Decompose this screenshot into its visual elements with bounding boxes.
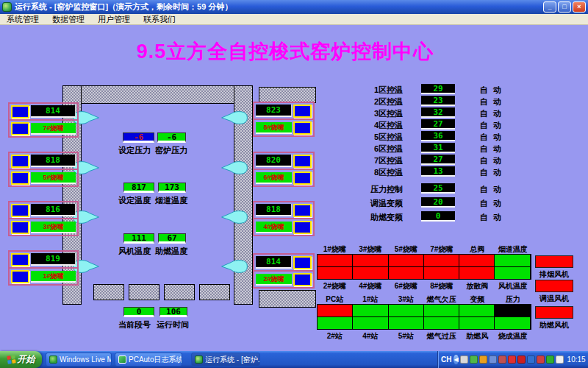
menu-item-contact[interactable]: 联系我们: [137, 14, 182, 25]
zone-mode[interactable]: 自 动: [480, 85, 503, 96]
tray-icon[interactable]: [546, 355, 554, 364]
status-cell: [318, 305, 352, 316]
control-mode[interactable]: 自 动: [480, 212, 503, 223]
burner-button[interactable]: [11, 221, 29, 234]
tray-icon[interactable]: [556, 355, 564, 364]
status-cell: [353, 305, 387, 316]
zone-row: 6区控温31自 动: [345, 143, 518, 155]
zone-label: 6区控温: [345, 144, 403, 155]
burner-unit-7: 814 7#烧嘴: [8, 102, 79, 138]
menu-item-user-mgmt[interactable]: 用户管理: [91, 14, 137, 25]
burner-label: 5#烧嘴: [31, 172, 76, 184]
zone-mode[interactable]: 自 动: [480, 120, 503, 131]
control-value-display: 20: [421, 197, 455, 208]
burner-button[interactable]: [11, 122, 29, 135]
aux-air-temp-label: 助燃温度: [155, 246, 187, 257]
burner-button[interactable]: [293, 204, 312, 217]
grid1-bottom-labels: 2#烧嘴4#烧嘴6#烧嘴8#烧嘴放散阀风机温度: [317, 281, 531, 291]
burner-temp-display: 819: [31, 253, 76, 266]
close-button-icon[interactable]: ×: [573, 1, 586, 13]
burner-unit-5: 818 5#烧嘴: [8, 152, 79, 187]
burner-button[interactable]: [293, 256, 312, 269]
burner-label: 6#烧嘴: [256, 172, 292, 184]
burner-button[interactable]: [11, 155, 29, 168]
zone-row: 1区控温29自 动: [345, 84, 518, 96]
status-cell: [424, 305, 459, 316]
tray-icon[interactable]: [537, 355, 545, 364]
zone-mode[interactable]: 自 动: [480, 167, 503, 178]
burner-button[interactable]: [293, 105, 312, 118]
language-indicator[interactable]: CH: [441, 355, 451, 364]
burner-button[interactable]: [293, 171, 312, 185]
station-status-grid: [317, 304, 531, 330]
zone-row: 8区控温13自 动: [345, 166, 518, 178]
messenger-icon: [49, 355, 57, 364]
kiln-pressure-label: 窑炉压力: [155, 145, 187, 156]
zone-value-display: 36: [421, 131, 455, 141]
status-label: 2#站: [317, 331, 353, 342]
status-label: 2#烧嘴: [317, 281, 353, 291]
collapse-tray-icon[interactable]: ◀: [453, 355, 458, 364]
tray-icon[interactable]: [479, 355, 487, 364]
tray-icon[interactable]: [460, 355, 468, 364]
burner-button[interactable]: [11, 270, 29, 283]
tray-icon[interactable]: [470, 355, 478, 364]
task-label: 运行系统 - [窑炉...: [205, 355, 260, 365]
zone-mode[interactable]: 自 动: [480, 96, 503, 107]
taskbar-task-runtime[interactable]: 运行系统 - [窑炉...: [191, 353, 260, 367]
minimize-button-icon[interactable]: _: [543, 1, 556, 13]
burner-unit-4: 818 4#烧嘴: [253, 201, 315, 236]
zone-label: 4区控温: [345, 120, 403, 131]
kiln-car: [93, 284, 124, 300]
status-cell: [318, 317, 352, 329]
zone-mode[interactable]: 自 动: [480, 108, 503, 119]
set-temp-display[interactable]: 817: [123, 183, 154, 193]
burner-button[interactable]: [11, 253, 29, 266]
start-button[interactable]: 开始: [0, 351, 42, 368]
control-label: 助燃变频: [345, 212, 403, 223]
burner-flame-icon: [220, 110, 248, 126]
tray-icon[interactable]: [489, 355, 497, 364]
burner-button[interactable]: [293, 155, 312, 168]
set-temp-label: 设定温度: [118, 195, 151, 206]
exhaust-fan-label: 排烟风机: [531, 269, 578, 280]
status-label: 压力: [495, 294, 531, 305]
taskbar-task-messenger[interactable]: Windows Live Mes...: [46, 353, 112, 367]
burner-label: 3#烧嘴: [31, 222, 76, 233]
status-cell: [495, 305, 529, 316]
status-label: 放散阀: [459, 281, 495, 291]
zone-mode[interactable]: 自 动: [480, 144, 503, 155]
control-mode[interactable]: 自 动: [480, 198, 503, 209]
status-cell: [318, 255, 352, 266]
burner-button[interactable]: [293, 121, 312, 135]
temper-fan-label: 调温风机: [531, 294, 578, 304]
control-label: 调温变频: [345, 198, 403, 209]
status-cell: [424, 317, 459, 329]
zone-label: 3区控温: [345, 108, 403, 119]
burner-temp-display: 814: [256, 256, 292, 269]
menu-item-system-mgmt[interactable]: 系统管理: [0, 14, 46, 25]
taskbar-task-pcauto[interactable]: PCAuto日志系统: [115, 353, 182, 367]
status-cell: [495, 255, 529, 266]
burner-button[interactable]: [11, 105, 29, 118]
control-mode[interactable]: 自 动: [480, 184, 503, 195]
tray-icon[interactable]: [498, 355, 506, 364]
burner-button[interactable]: [293, 273, 312, 286]
menu-item-data-mgmt[interactable]: 数据管理: [46, 14, 91, 25]
tray-icon[interactable]: [517, 355, 526, 364]
start-button-label: 开始: [18, 353, 35, 366]
set-pressure-display[interactable]: -6: [123, 132, 154, 143]
window-titlebar: 运行系统 - [窑炉监控窗口]（演示方式，剩余时间：59 分钟） _ □ ×: [0, 0, 588, 14]
burner-button[interactable]: [11, 171, 29, 185]
restore-button-icon[interactable]: □: [558, 1, 571, 13]
zone-mode[interactable]: 自 动: [480, 132, 503, 143]
burner-button[interactable]: [11, 204, 29, 217]
tray-icon[interactable]: [527, 355, 535, 364]
zone-mode[interactable]: 自 动: [480, 155, 503, 166]
burner-button[interactable]: [293, 221, 312, 234]
burner-label: 8#烧嘴: [256, 122, 292, 134]
control-value-display: 0: [421, 211, 455, 222]
zone-label: 8区控温: [345, 167, 403, 178]
tray-icon[interactable]: [508, 355, 516, 364]
set-pressure-label: 设定压力: [118, 145, 151, 156]
